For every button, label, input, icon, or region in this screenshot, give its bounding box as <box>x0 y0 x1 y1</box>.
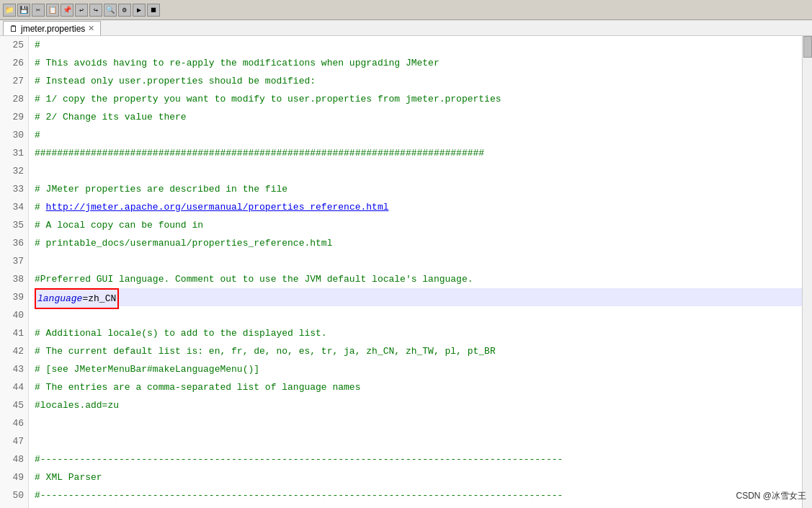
toolbar-icon-2[interactable]: 💾 <box>17 4 30 17</box>
line-numbers: 2526272829303132333435363738394041424344… <box>0 36 29 508</box>
line-number: 27 <box>0 72 24 90</box>
toolbar: 📁 💾 ✂ 📋 📌 ↩ ↪ 🔍 ⚙ ▶ ⏹ <box>0 0 812 20</box>
code-line: #Preferred GUI language. Comment out to … <box>35 270 802 288</box>
toolbar-icon-6[interactable]: ↩ <box>75 4 88 17</box>
code-area[interactable]: ## This avoids having to re-apply the mo… <box>29 36 802 508</box>
line-number: 28 <box>0 90 24 108</box>
tab-file-icon: 🗒 <box>9 24 18 34</box>
toolbar-icon-11[interactable]: ⏹ <box>147 4 160 17</box>
line-number: 35 <box>0 216 24 234</box>
code-line <box>35 414 802 432</box>
line-number: 37 <box>0 252 24 270</box>
code-line: ########################################… <box>35 144 802 162</box>
line-number: 40 <box>0 306 24 324</box>
line-number: 32 <box>0 162 24 180</box>
toolbar-icon-3[interactable]: ✂ <box>32 4 45 17</box>
code-line: # XML Parser <box>35 468 802 486</box>
toolbar-icon-1[interactable]: 📁 <box>3 4 16 17</box>
code-line: # A local copy can be found in <box>35 216 802 234</box>
watermark: CSDN @冰雪女王 <box>736 490 806 502</box>
toolbar-icon-9[interactable]: ⚙ <box>118 4 131 17</box>
line-number: 47 <box>0 432 24 450</box>
tab-jmeter-properties[interactable]: 🗒 jmeter.properties ✕ <box>3 21 101 35</box>
code-line: # <box>35 36 802 54</box>
line-number: 43 <box>0 360 24 378</box>
code-line: # Instead only user.properties should be… <box>35 72 802 90</box>
editor-container: 2526272829303132333435363738394041424344… <box>0 36 812 508</box>
line-number: 39 <box>0 288 24 306</box>
toolbar-icon-10[interactable]: ▶ <box>133 4 146 17</box>
toolbar-icon-7[interactable]: ↪ <box>89 4 102 17</box>
code-line: # 2/ Change its value there <box>35 108 802 126</box>
line-number: 45 <box>0 396 24 414</box>
line-number: 33 <box>0 180 24 198</box>
code-line: # printable_docs/usermanual/properties_r… <box>35 234 802 252</box>
tab-label: jmeter.properties <box>21 24 85 34</box>
code-line: # http://jmeter.apache.org/usermanual/pr… <box>35 198 802 216</box>
line-number: 44 <box>0 378 24 396</box>
editor-wrapper: ## This avoids having to re-apply the mo… <box>29 36 812 508</box>
line-number: 36 <box>0 234 24 252</box>
line-number: 25 <box>0 36 24 54</box>
code-line: #---------------------------------------… <box>35 486 802 504</box>
code-line <box>35 432 802 450</box>
code-line: # <box>35 126 802 144</box>
line-number: 48 <box>0 450 24 468</box>
code-line: # This avoids having to re-apply the mod… <box>35 54 802 72</box>
scrollbar[interactable] <box>802 36 812 508</box>
code-line: # 1/ copy the property you want to modif… <box>35 90 802 108</box>
tab-bar: 🗒 jmeter.properties ✕ <box>0 20 812 36</box>
line-number: 26 <box>0 54 24 72</box>
code-line: # Additional locale(s) to add to the dis… <box>35 324 802 342</box>
tab-close-button[interactable]: ✕ <box>88 24 94 33</box>
line-number: 42 <box>0 342 24 360</box>
code-line <box>35 162 802 180</box>
line-number: 30 <box>0 126 24 144</box>
link-text[interactable]: http://jmeter.apache.org/usermanual/prop… <box>46 202 389 213</box>
line-number: 49 <box>0 468 24 486</box>
code-line: language=zh_CN <box>35 288 802 306</box>
toolbar-icon-5[interactable]: 📌 <box>61 4 73 17</box>
highlighted-property: language=zh_CN <box>35 288 119 309</box>
code-line <box>35 306 802 324</box>
code-line: #---------------------------------------… <box>35 450 802 468</box>
code-line: # The entries are a comma-separated list… <box>35 378 802 396</box>
line-number: 34 <box>0 198 24 216</box>
line-number: 31 <box>0 144 24 162</box>
code-line: # The current default list is: en, fr, d… <box>35 342 802 360</box>
code-line: #locales.add=zu <box>35 396 802 414</box>
toolbar-icon-8[interactable]: 🔍 <box>104 4 117 17</box>
code-line: # [see JMeterMenuBar#makeLanguageMenu()] <box>35 360 802 378</box>
code-line: # JMeter properties are described in the… <box>35 180 802 198</box>
toolbar-icon-4[interactable]: 📋 <box>46 4 59 17</box>
scrollbar-thumb[interactable] <box>803 36 812 58</box>
code-line <box>35 252 802 270</box>
line-number: 50 <box>0 486 24 504</box>
line-number: 29 <box>0 108 24 126</box>
line-number: 38 <box>0 270 24 288</box>
line-number: 41 <box>0 324 24 342</box>
line-number: 46 <box>0 414 24 432</box>
